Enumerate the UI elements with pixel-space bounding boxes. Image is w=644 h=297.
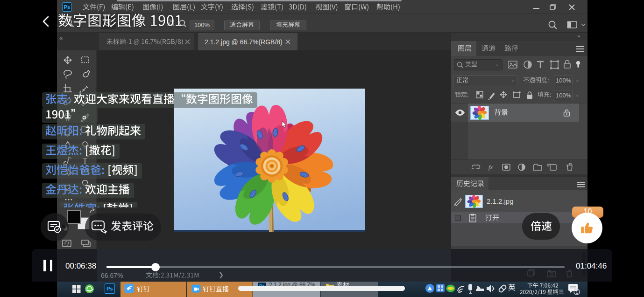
svg-text:fx: fx: [488, 164, 493, 171]
svg-text:1: 1: [576, 290, 578, 295]
